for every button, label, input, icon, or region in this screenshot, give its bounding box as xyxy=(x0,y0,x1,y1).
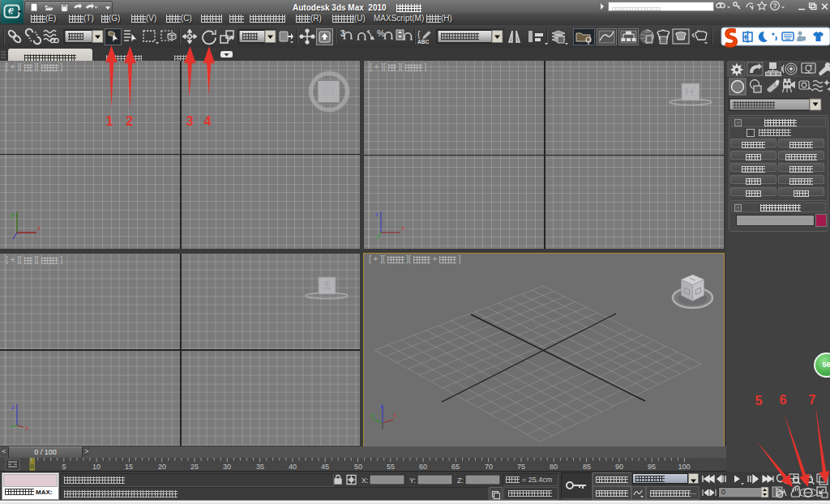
svg-text:6: 6 xyxy=(780,393,787,407)
svg-text:7: 7 xyxy=(809,393,816,407)
svg-text:5: 5 xyxy=(755,394,763,408)
svg-text:2: 2 xyxy=(126,114,133,128)
svg-text:4: 4 xyxy=(204,114,212,128)
svg-text:3: 3 xyxy=(186,114,194,128)
svg-text:1: 1 xyxy=(106,114,113,128)
